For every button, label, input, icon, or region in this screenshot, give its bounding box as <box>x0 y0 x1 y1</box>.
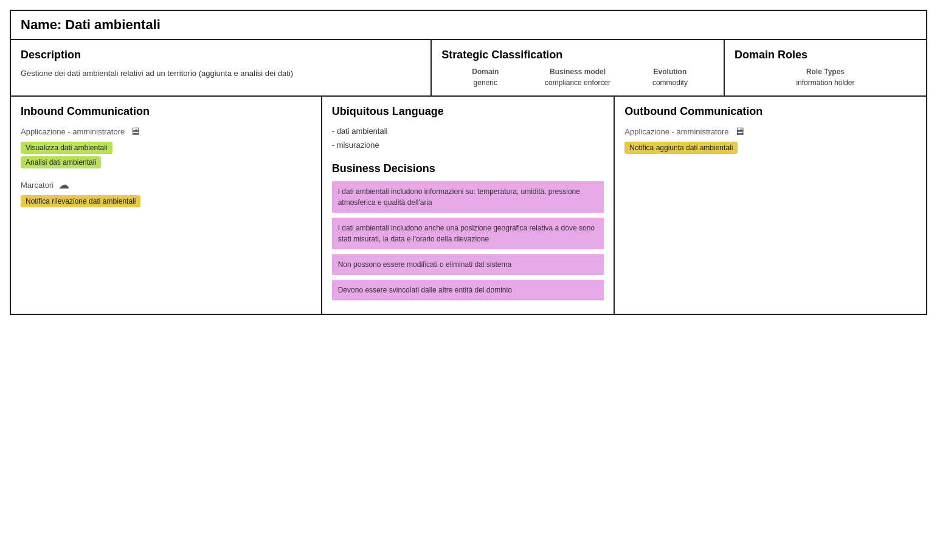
strategic-table: Domain generic Business model compliance… <box>441 67 714 87</box>
inbound-communicator-2-label: Marcatori <box>21 181 54 190</box>
business-decisions-heading: Business Decisions <box>332 162 604 175</box>
domain-roles-table: Role Types information holder <box>735 67 916 87</box>
ubiquitous-heading: Ubiquitous Language <box>332 105 604 118</box>
inbound-cell: Inbound Communication Applicazione - amm… <box>11 97 322 314</box>
domain-roles-cell: Domain Roles Role Types information hold… <box>725 40 926 95</box>
role-types-value: information holder <box>735 78 916 87</box>
strategic-heading: Strategic Classification <box>441 49 714 61</box>
ubiquitous-list: - dati ambientali- misurazione <box>332 124 604 153</box>
business-model-value: compliance enforcer <box>534 78 621 87</box>
ubiquitous-item: - dati ambientali <box>332 124 604 138</box>
top-section: Description Gestione dei dati ambientali… <box>11 40 926 97</box>
description-cell: Description Gestione dei dati ambientali… <box>11 40 432 95</box>
monitor-icon-2: 🖥 <box>734 125 745 138</box>
title-row: Name: Dati ambientali <box>11 11 926 40</box>
strategic-cell: Strategic Classification Domain generic … <box>432 40 725 95</box>
business-model-label: Business model <box>534 67 621 76</box>
outbound-cell: Outbound Communication Applicazione - am… <box>615 97 926 314</box>
domain-value: generic <box>441 78 529 87</box>
main-container: Name: Dati ambientali Description Gestio… <box>10 10 927 315</box>
page-title: Name: Dati ambientali <box>21 17 916 33</box>
outbound-tag-1: Notifica aggiunta dati ambientali <box>624 142 916 156</box>
outbound-communicator-1-row: Applicazione - amministratore 🖥 <box>624 125 916 138</box>
inbound-tag-3: Notifica rilevazione dati ambientali <box>21 195 311 210</box>
inbound-communicator-1-label: Applicazione - amministratore <box>21 127 125 136</box>
inbound-communicator-1-row: Applicazione - amministratore 🖥 <box>21 125 311 138</box>
description-text: Gestione dei dati ambientali relativi ad… <box>21 67 421 80</box>
decision-card-3: Non possono essere modificati o eliminat… <box>332 254 604 275</box>
green-tag-2: Analisi dati ambientali <box>21 156 101 168</box>
inbound-tag-1: Visualizza dati ambientali <box>21 142 311 156</box>
business-model-col: Business model compliance enforcer <box>534 67 621 87</box>
yellow-tag-1: Notifica rilevazione dati ambientali <box>21 195 140 207</box>
evolution-col: Evolution commodity <box>626 67 714 87</box>
inbound-tag-2: Analisi dati ambientali <box>21 156 311 171</box>
ubiquitous-cell: Ubiquitous Language - dati ambientali- m… <box>322 97 615 314</box>
yellow-tag-2: Notifica aggiunta dati ambientali <box>624 142 738 154</box>
green-tag-1: Visualizza dati ambientali <box>21 142 112 154</box>
domain-label: Domain <box>441 67 529 76</box>
decision-card-4: Devono essere svincolati dalle altre ent… <box>332 280 604 300</box>
role-types-label: Role Types <box>735 67 916 76</box>
evolution-label: Evolution <box>626 67 714 76</box>
outbound-communicator-1-label: Applicazione - amministratore <box>624 127 728 136</box>
domain-roles-heading: Domain Roles <box>735 49 916 61</box>
cloud-icon-1: ☁ <box>58 178 69 192</box>
domain-col: Domain generic <box>441 67 529 87</box>
decision-card-1: I dati ambientali includono informazioni… <box>332 181 604 213</box>
decision-card-2: I dati ambientali includono anche una po… <box>332 218 604 249</box>
outbound-heading: Outbound Communication <box>624 105 916 118</box>
monitor-icon-1: 🖥 <box>130 125 140 138</box>
evolution-value: commodity <box>626 78 714 87</box>
bottom-section: Inbound Communication Applicazione - amm… <box>11 97 926 314</box>
strategic-col-headers: Domain generic Business model compliance… <box>441 67 714 87</box>
ubiquitous-item: - misurazione <box>332 138 604 152</box>
inbound-heading: Inbound Communication <box>21 105 311 118</box>
description-heading: Description <box>21 49 421 61</box>
inbound-communicator-2-row: Marcatori ☁ <box>21 178 311 192</box>
